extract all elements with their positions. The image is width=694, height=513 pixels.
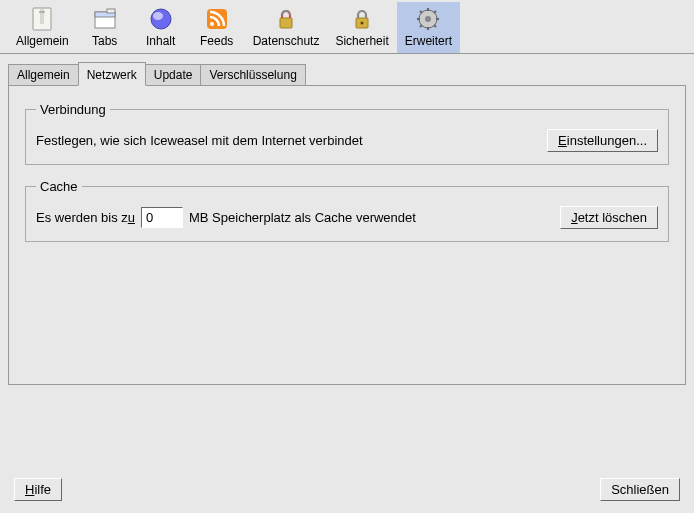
toolbar-item-advanced[interactable]: Erweitert	[397, 2, 460, 53]
clear-cache-button[interactable]: Jetzt löschen	[560, 206, 658, 229]
toolbar-item-tabs[interactable]: Tabs	[77, 2, 133, 53]
svg-rect-6	[107, 9, 115, 13]
toolbar-item-privacy[interactable]: Datenschutz	[245, 2, 328, 53]
svg-point-13	[361, 22, 364, 25]
help-button[interactable]: Hilfe	[14, 478, 62, 501]
toolbar-item-security[interactable]: Sicherheit	[327, 2, 396, 53]
toolbar-label: Datenschutz	[253, 34, 320, 48]
cache-text-after: MB Speicherplatz als Cache verwendet	[189, 210, 416, 225]
toolbar-label: Feeds	[200, 34, 233, 48]
toolbar-label: Erweitert	[405, 34, 452, 48]
subtabs: Allgemein Netzwerk Update Verschlüsselun…	[0, 54, 694, 85]
tab-label: Netzwerk	[87, 68, 137, 82]
btn-rest: etzt löschen	[578, 210, 647, 225]
privacy-icon	[273, 6, 299, 32]
toolbar-label: Inhalt	[146, 34, 175, 48]
accesskey: E	[558, 133, 567, 148]
svg-line-21	[434, 25, 436, 27]
tab-label: Update	[154, 68, 193, 82]
accesskey: H	[25, 482, 34, 497]
cache-text-before: Es werden bis zu	[36, 210, 135, 225]
advanced-icon	[415, 6, 441, 32]
svg-line-23	[434, 11, 436, 13]
security-icon	[349, 6, 375, 32]
cache-size-input[interactable]	[141, 207, 183, 228]
accesskey: u	[128, 210, 135, 225]
toolbar-item-general[interactable]: Allgemein	[8, 2, 77, 53]
toolbar-label: Allgemein	[16, 34, 69, 48]
btn-rest: instellungen...	[567, 133, 647, 148]
toolbar-label: Sicherheit	[335, 34, 388, 48]
tab-label: Allgemein	[17, 68, 70, 82]
svg-rect-11	[280, 18, 292, 28]
svg-point-8	[153, 12, 163, 20]
dialog-buttons: Hilfe Schließen	[0, 478, 694, 501]
connection-settings-button[interactable]: Einstellungen...	[547, 129, 658, 152]
tab-label: Verschlüsselung	[209, 68, 296, 82]
tab-update[interactable]: Update	[145, 64, 202, 85]
close-button[interactable]: Schließen	[600, 478, 680, 501]
svg-line-22	[420, 25, 422, 27]
svg-point-15	[425, 16, 431, 22]
svg-point-10	[210, 22, 214, 26]
tab-verschluesselung[interactable]: Verschlüsselung	[200, 64, 305, 85]
svg-rect-0	[33, 8, 51, 30]
group-legend: Cache	[36, 179, 82, 194]
toolbar-item-feeds[interactable]: Feeds	[189, 2, 245, 53]
preferences-icon	[29, 6, 55, 32]
tab-allgemein[interactable]: Allgemein	[8, 64, 79, 85]
feeds-icon	[204, 6, 230, 32]
toolbar-item-content[interactable]: Inhalt	[133, 2, 189, 53]
tab-netzwerk[interactable]: Netzwerk	[78, 62, 146, 86]
toolbar-label: Tabs	[92, 34, 117, 48]
btn-rest: ilfe	[34, 482, 51, 497]
group-connection: Verbindung Festlegen, wie sich Iceweasel…	[25, 102, 669, 165]
preferences-toolbar: Allgemein Tabs Inhalt	[0, 0, 694, 54]
globe-icon	[148, 6, 174, 32]
group-legend: Verbindung	[36, 102, 110, 117]
svg-line-20	[420, 11, 422, 13]
group-cache: Cache Es werden bis zu MB Speicherplatz …	[25, 179, 669, 242]
connection-description: Festlegen, wie sich Iceweasel mit dem In…	[36, 133, 363, 148]
tabs-icon	[92, 6, 118, 32]
tab-panel-netzwerk: Verbindung Festlegen, wie sich Iceweasel…	[8, 85, 686, 385]
